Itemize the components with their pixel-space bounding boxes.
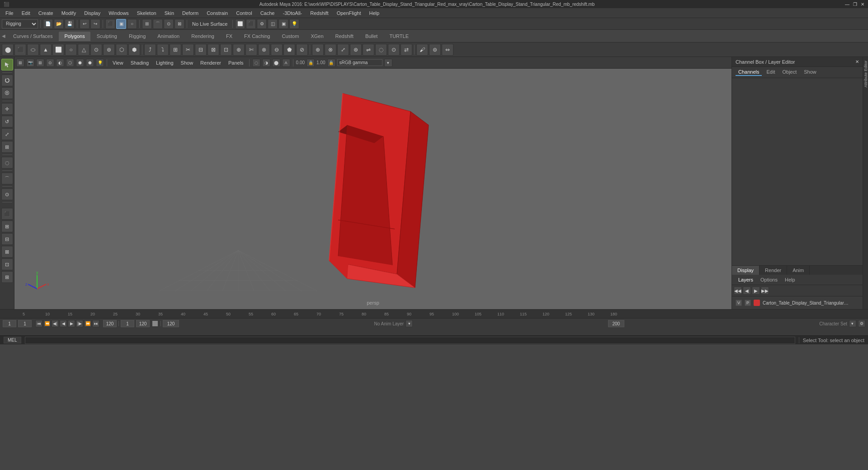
shelf-sphere[interactable]: ⬤ <box>2 44 14 56</box>
redo-btn[interactable]: ↪ <box>90 19 100 29</box>
layout-custom1[interactable]: ⊠ <box>1 246 13 258</box>
viewport[interactable]: ⊞ 📷 ⊞ ⊙ ◐ ⬡ ⬢ ⬣ 💡 View Shading Lighting … <box>14 57 731 309</box>
snap-curve-btn[interactable]: ⌒ <box>153 19 163 29</box>
playback-rewind[interactable]: ⏮ <box>35 320 42 327</box>
shelf-separate[interactable]: ⊗ <box>325 44 336 56</box>
lasso-tool[interactable] <box>1 75 13 86</box>
vp-shaded-btn[interactable]: ⬢ <box>76 59 84 67</box>
menu-create[interactable]: Create <box>35 9 57 17</box>
vp-panels-menu[interactable]: Panels <box>226 59 246 66</box>
rp-nav-prev2[interactable]: ◀ <box>743 287 751 295</box>
playback-step-fwd[interactable]: |▶ <box>76 320 83 327</box>
vp-backface-btn[interactable]: ◑ <box>262 59 270 67</box>
rp-tab-object[interactable]: Object <box>779 69 799 76</box>
shelf-combine[interactable]: ⊕ <box>312 44 324 56</box>
tab-animation[interactable]: Animation <box>151 31 185 41</box>
layer-item-red[interactable]: V P Carton_Table_Display_Stand_Triangula… <box>734 298 861 307</box>
menu-edit[interactable]: Edit <box>18 9 34 17</box>
select-mode-btn[interactable]: ▣ <box>116 19 126 29</box>
tab-fx-caching[interactable]: FX Caching <box>238 31 276 41</box>
layout-four[interactable]: ⊞ <box>1 221 13 232</box>
start-frame-input[interactable] <box>3 320 16 327</box>
menu-3dtoall[interactable]: -3DtoAll- <box>279 9 306 17</box>
anim-layer-dropdown[interactable]: ▾ <box>406 320 413 327</box>
vp-renderer-menu[interactable]: Renderer <box>198 59 224 66</box>
playback-play[interactable]: ▶ <box>68 320 75 327</box>
undo-btn[interactable]: ↩ <box>80 19 90 29</box>
render-btn[interactable]: ⬜ <box>235 19 245 29</box>
rp-tab-show[interactable]: Show <box>801 69 819 76</box>
layout-custom3[interactable]: ⊞ <box>1 271 13 283</box>
shelf-multicut[interactable]: ✄ <box>245 44 257 56</box>
rp-nav-next[interactable]: ▶ <box>752 287 760 295</box>
vp-isolate-btn[interactable]: ◐ <box>56 59 64 67</box>
shelf-soft-select[interactable]: ⊜ <box>429 44 441 56</box>
curve-tool[interactable]: ⌒ <box>1 173 13 184</box>
universal-tool[interactable]: ⊞ <box>1 141 13 153</box>
menu-deform[interactable]: Deform <box>179 9 202 17</box>
vp-gamma-label[interactable]: sRGB gamma <box>337 59 382 66</box>
shelf-helix[interactable]: ⊛ <box>103 44 115 56</box>
shelf-mirror[interactable]: ⇌ <box>363 44 374 56</box>
rp-layers-tab-layers[interactable]: Layers <box>736 277 756 283</box>
shelf-target-weld[interactable]: ⊖ <box>271 44 283 56</box>
tab-rigging[interactable]: Rigging <box>123 31 151 41</box>
maximize-btn[interactable]: ❐ <box>853 2 857 7</box>
render-view-btn[interactable]: ▣ <box>278 19 288 29</box>
shelf-bool[interactable]: ⊛ <box>350 44 362 56</box>
range-end-display[interactable] <box>163 320 179 327</box>
tab-polygons[interactable]: Polygons <box>58 31 90 41</box>
shelf-proj-cut[interactable]: ✂ <box>182 44 194 56</box>
viewport-canvas[interactable]: x y z persp <box>14 69 731 309</box>
tab-sculpting[interactable]: Sculpting <box>91 31 123 41</box>
menu-redshift[interactable]: Redshift <box>307 9 332 17</box>
shelf-soccer[interactable]: ⬡ <box>116 44 127 56</box>
tab-rendering[interactable]: Rendering <box>185 31 220 41</box>
shelf-smooth[interactable]: ◌ <box>375 44 387 56</box>
shelf-offset-loop[interactable]: ⊡ <box>220 44 232 56</box>
vp-textured-btn[interactable]: ⬣ <box>86 59 94 67</box>
tab-fx[interactable]: FX <box>220 31 238 41</box>
move-tool[interactable]: ✛ <box>1 103 13 115</box>
rotate-tool[interactable]: ↺ <box>1 116 13 127</box>
shelf-average[interactable]: ⊙ <box>388 44 400 56</box>
range-start-input[interactable] <box>121 320 134 327</box>
tc-settings-btn[interactable]: ⚙ <box>858 320 865 327</box>
shelf-bevel[interactable]: ⬟ <box>283 44 295 56</box>
show-manip-tool[interactable]: ⊙ <box>1 188 13 200</box>
rp-close-btn[interactable]: ✕ <box>855 59 859 64</box>
hypershade-btn[interactable]: ◫ <box>268 19 278 29</box>
close-btn[interactable]: ✕ <box>861 2 864 7</box>
vp-cam-btn[interactable]: 📷 <box>26 59 34 67</box>
shelf-misc[interactable]: ⬢ <box>128 44 140 56</box>
minimize-btn[interactable]: — <box>845 2 849 7</box>
vp-gamma-lock[interactable]: 🔒 <box>327 59 335 67</box>
open-btn[interactable]: 📂 <box>54 19 64 29</box>
shelf-cube[interactable]: ⬛ <box>14 44 26 56</box>
save-btn[interactable]: 💾 <box>65 19 75 29</box>
shelf-prism[interactable]: △ <box>78 44 90 56</box>
rp-layers-tab-options[interactable]: Options <box>758 277 780 283</box>
vp-select-highlight[interactable]: ⬤ <box>272 59 280 67</box>
shelf-cone[interactable]: ▲ <box>40 44 52 56</box>
vp-lighting-btn[interactable]: 💡 <box>96 59 104 67</box>
playback-end[interactable]: ⏭ <box>92 320 99 327</box>
vp-shading-menu[interactable]: Shading <box>128 59 151 66</box>
shelf-paint-weights[interactable]: 🖌 <box>416 44 428 56</box>
layer-visibility[interactable]: V <box>736 300 742 306</box>
tab-bullet[interactable]: Bullet <box>359 31 384 41</box>
menu-windows[interactable]: Windows <box>105 9 132 17</box>
rp-nav-next2[interactable]: ▶▶ <box>761 287 769 295</box>
paint-select-tool[interactable]: ⦿ <box>1 87 13 99</box>
shelf-transfer[interactable]: ⇄ <box>401 44 412 56</box>
tab-custom[interactable]: Custom <box>276 31 305 41</box>
layout-custom2[interactable]: ⊡ <box>1 258 13 270</box>
current-frame-input[interactable] <box>18 320 32 327</box>
shelf-plane[interactable]: ⬜ <box>52 44 64 56</box>
vp-xray-btn[interactable]: ◌ <box>252 59 260 67</box>
layout-bottom[interactable]: ⊟ <box>1 233 13 245</box>
shelf-torus[interactable]: ○ <box>65 44 77 56</box>
tab-xgen[interactable]: XGen <box>305 31 329 41</box>
menu-file[interactable]: File <box>2 9 17 17</box>
rp-tab-channels[interactable]: Channels <box>736 69 762 76</box>
